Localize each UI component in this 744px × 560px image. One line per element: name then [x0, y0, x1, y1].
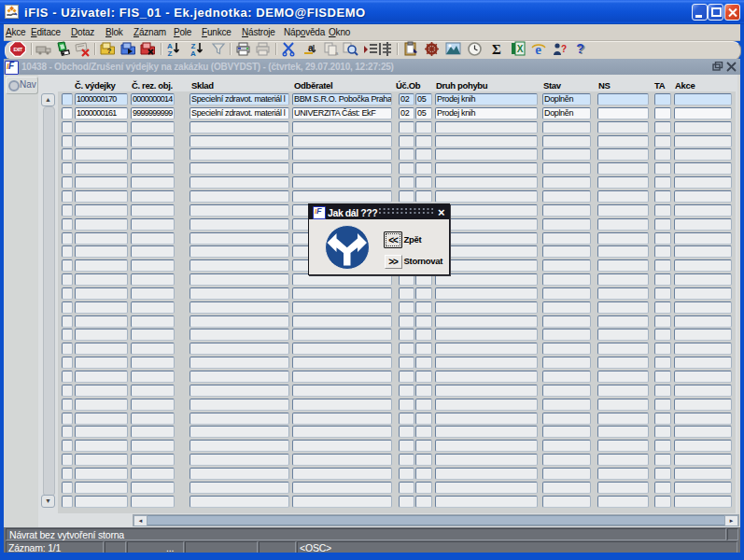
- svg-text:?: ?: [561, 44, 567, 54]
- svg-text:EXIT: EXIT: [13, 47, 22, 52]
- svg-text:X: X: [517, 44, 524, 54]
- svg-text:Σ: Σ: [492, 42, 501, 57]
- svg-text:a: a: [335, 50, 339, 56]
- svg-text:?: ?: [107, 47, 112, 55]
- svg-text:Z: Z: [168, 49, 173, 57]
- svg-text:?: ?: [576, 41, 584, 56]
- svg-text:e: e: [535, 42, 541, 57]
- svg-text:A: A: [190, 49, 196, 57]
